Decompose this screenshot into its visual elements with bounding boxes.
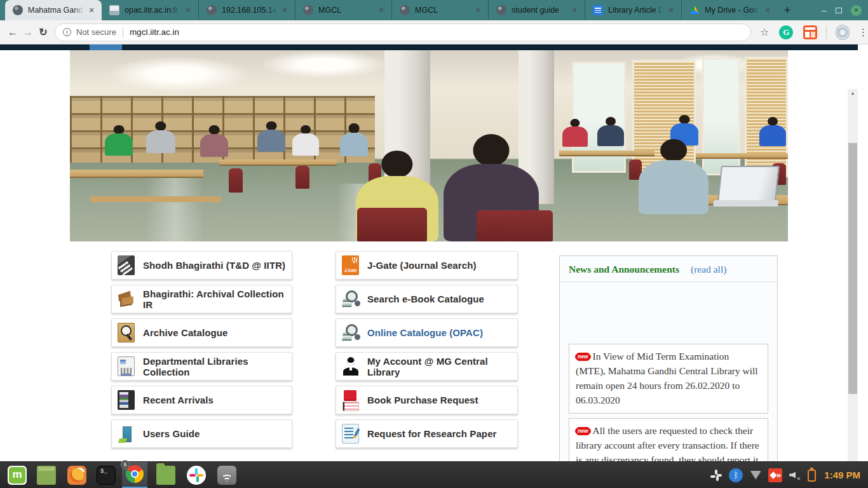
network-settings-icon[interactable] <box>217 466 236 485</box>
news-item: newAll the users are requested to check … <box>569 418 768 461</box>
mint-menu-icon[interactable] <box>8 466 27 485</box>
library-photo <box>70 50 788 241</box>
tab-title: opac.iitr.ac.in:8 <box>125 6 180 15</box>
taskbar: $_ 6 1:49 PM <box>0 461 868 488</box>
ebook-search-icon <box>342 289 359 309</box>
tab-library-article[interactable]: Library Article D ✕ <box>585 0 681 20</box>
page-scrollbar[interactable]: ▲ ▼ <box>848 89 858 461</box>
link-request-research-paper[interactable]: Request for Research Paper <box>336 419 518 448</box>
address-bar[interactable]: Not secure mgcl.iitr.ac.in <box>55 24 751 41</box>
chrome-window-count-badge: 6 <box>121 460 130 469</box>
link-shodh-bhagirathi[interactable]: Shodh Bhagirathi (T&D @ IITR) <box>111 251 292 280</box>
tab-mahatma-gandhi[interactable]: Mahatma Gand ✕ <box>5 0 102 20</box>
tab-close-icon[interactable]: ✕ <box>763 5 773 15</box>
tab-close-icon[interactable]: ✕ <box>666 5 676 15</box>
tab-close-icon[interactable]: ✕ <box>280 5 290 15</box>
link-online-catalogue-opac[interactable]: Online Catalogue (OPAC) <box>336 318 518 347</box>
terminal-icon[interactable]: $_ <box>97 466 116 485</box>
tab-opac[interactable]: opac.iitr.ac.in:8 ✕ <box>102 0 198 20</box>
tab-close-icon[interactable]: ✕ <box>183 5 193 15</box>
firefox-icon[interactable] <box>67 466 86 485</box>
minimize-button[interactable]: – <box>822 7 827 13</box>
link-bhagirathi-archival[interactable]: Bhagirathi: Archival Collection IR <box>111 285 292 313</box>
link-label: J-Gate (Journal Search) <box>367 260 477 271</box>
tab-mgcl-1[interactable]: MGCL ✕ <box>295 0 391 20</box>
network-tray-icon[interactable] <box>749 468 763 482</box>
new-tab-button[interactable]: + <box>778 0 797 20</box>
thesis-icon <box>118 255 135 275</box>
tab-title: Mahatma Gand <box>28 6 84 15</box>
url-separator <box>123 27 123 37</box>
link-archive-catalogue[interactable]: Archive Catalogue <box>111 318 292 347</box>
opac-search-icon <box>342 323 359 342</box>
slack-tray-icon[interactable] <box>709 468 723 482</box>
jgate-icon-text: J-Gate <box>344 268 356 273</box>
link-departmental-libraries[interactable]: Departmental Libraries Collection <box>111 352 292 381</box>
restore-button[interactable] <box>836 8 842 13</box>
tab-my-drive[interactable]: My Drive - Goo ✕ <box>681 0 778 20</box>
url-text[interactable]: mgcl.iitr.ac.in <box>130 27 179 37</box>
session-extension-icon[interactable] <box>803 25 817 39</box>
back-button[interactable]: ← <box>5 25 20 40</box>
tab-mgcl-2[interactable]: MGCL ✕ <box>391 0 488 20</box>
link-users-guide[interactable]: Users Guide <box>111 419 292 448</box>
link-book-purchase-request[interactable]: Book Purchase Request <box>336 386 518 414</box>
link-label: Search e-Book Catalogue <box>367 294 484 304</box>
toolbar-separator <box>826 26 827 39</box>
link-jgate[interactable]: J-Gate J-Gate (Journal Search) <box>336 251 518 280</box>
browser-tab-bar: Mahatma Gand ✕ opac.iitr.ac.in:8 ✕ 192.1… <box>0 0 868 20</box>
browser-menu-icon[interactable]: ⋮ <box>858 27 868 38</box>
archive-search-icon <box>118 323 135 342</box>
globe-favicon <box>303 5 313 15</box>
link-label: Shodh Bhagirathi (T&D @ IITR) <box>143 260 285 271</box>
tab-close-icon[interactable]: ✕ <box>86 5 97 15</box>
chrome-taskbar-button[interactable]: 6 <box>122 462 147 488</box>
grammarly-extension-icon[interactable]: G <box>779 25 793 39</box>
news-title: News and Announcements <box>569 264 679 274</box>
clipboard-pencil-icon <box>342 424 359 444</box>
link-column-left: Shodh Bhagirathi (T&D @ IITR) Bhagirathi… <box>111 251 292 453</box>
battery-icon[interactable] <box>808 470 816 482</box>
globe-favicon <box>13 5 23 15</box>
bookmark-star-icon[interactable]: ☆ <box>760 26 769 38</box>
link-label: My Account @ MG Central Library <box>367 356 517 377</box>
window-controls: – ✕ <box>822 0 868 20</box>
tab-close-icon[interactable]: ✕ <box>569 5 580 15</box>
tab-ip-address[interactable]: 192.168.105.14 ✕ <box>198 0 295 20</box>
chrome-icon <box>126 465 144 483</box>
scroll-up-icon[interactable]: ▲ <box>848 89 858 98</box>
tab-student-guide[interactable]: student guide ✕ <box>488 0 585 20</box>
tab-close-icon[interactable]: ✕ <box>473 5 483 15</box>
image-favicon <box>109 5 119 15</box>
tab-close-icon[interactable]: ✕ <box>376 5 386 15</box>
book-purchase-icon <box>342 390 359 410</box>
tab-title: My Drive - Goo <box>705 6 760 15</box>
new-badge-icon: new <box>576 428 590 435</box>
link-column-right: J-Gate J-Gate (Journal Search) Search e-… <box>336 251 518 453</box>
archive-boxes-icon <box>118 289 135 309</box>
browser-toolbar: ← → ↻ Not secure mgcl.iitr.ac.in ☆ G ⋮ <box>0 20 868 44</box>
forward-button[interactable]: → <box>20 25 36 40</box>
link-ebook-catalogue[interactable]: Search e-Book Catalogue <box>336 285 518 313</box>
read-all-link[interactable]: (read all) <box>691 264 726 274</box>
globe-favicon <box>400 5 410 15</box>
info-icon[interactable] <box>63 28 71 36</box>
scrollbar-thumb[interactable] <box>848 143 857 394</box>
guide-kiosk-icon <box>118 424 135 444</box>
close-window-button[interactable]: ✕ <box>851 5 862 16</box>
link-my-account[interactable]: My Account @ MG Central Library <box>336 352 518 381</box>
show-desktop-icon[interactable] <box>37 466 56 485</box>
file-manager-icon[interactable] <box>156 466 175 485</box>
reload-button[interactable]: ↻ <box>36 25 51 40</box>
anydesk-icon[interactable] <box>768 468 782 482</box>
link-label: Archive Catalogue <box>143 327 227 338</box>
profile-avatar[interactable] <box>836 25 850 40</box>
clock[interactable]: 1:49 PM <box>824 470 860 480</box>
link-recent-arrivals[interactable]: Recent Arrivals <box>111 386 292 414</box>
news-item-text: In View of Mid Term Examination (MTE), M… <box>576 351 758 405</box>
slack-icon[interactable] <box>187 466 206 485</box>
bluetooth-icon[interactable] <box>729 468 743 482</box>
news-item: newIn View of Mid Term Examination (MTE)… <box>569 344 768 414</box>
system-tray: 1:49 PM <box>709 468 868 482</box>
volume-muted-icon[interactable] <box>788 468 802 482</box>
